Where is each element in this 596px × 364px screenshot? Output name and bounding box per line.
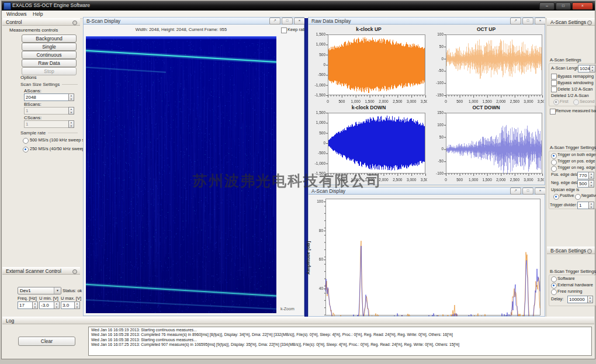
undock-icon[interactable]: ↗ — [269, 18, 280, 25]
second-radio[interactable] — [573, 99, 579, 105]
kclock-up-plot — [310, 33, 427, 104]
delay-field[interactable]: 100000 — [567, 296, 590, 303]
stop-button[interactable]: Stop — [22, 67, 77, 75]
cscans-field[interactable]: 1 — [24, 120, 70, 128]
cscans-spinner[interactable]: ▴▾ — [68, 120, 74, 128]
free-running-radio[interactable] — [551, 289, 557, 295]
minimize-button[interactable]: – — [539, 2, 555, 10]
bypass-remapping-checkbox[interactable] — [551, 74, 557, 79]
device-dropdown[interactable]: Dev1 ▼ — [18, 287, 61, 294]
rate-250-radio[interactable] — [23, 147, 29, 152]
scanner-status-label: Status: ok — [63, 288, 82, 293]
negative-label: Negative — [581, 193, 596, 197]
ascan-length-spinner[interactable]: ▴▾ — [590, 65, 595, 72]
bscans-spinner[interactable]: ▴▾ — [68, 107, 74, 115]
log-header: Log — [2, 317, 594, 324]
trig-neg-radio[interactable] — [551, 166, 557, 172]
continuous-button[interactable]: Continuous — [22, 51, 77, 59]
trig-neg-label: Trigger on neg. edge only — [557, 165, 596, 169]
bscan-image — [86, 36, 276, 313]
rate-500-radio[interactable] — [23, 138, 29, 144]
pin-icon[interactable] — [587, 249, 592, 254]
second-label: Second — [580, 99, 594, 104]
pin-icon[interactable] — [587, 20, 592, 25]
divider-label: Trigger divider: — [550, 203, 577, 207]
ascan-settings-title: A-Scan Settings — [550, 19, 586, 25]
bypass-windowing-checkbox[interactable] — [551, 80, 557, 86]
ascans-field[interactable]: 2048 — [24, 93, 70, 101]
maximize-icon[interactable]: □ — [522, 18, 533, 25]
freq-spinner[interactable]: ▴▾ — [32, 301, 38, 309]
oct-up-plot — [428, 33, 544, 104]
bypass-remapping-label: Bypass remapping — [557, 74, 594, 79]
pos-delay-spinner[interactable]: ▴▾ — [588, 172, 594, 179]
single-button[interactable]: Single — [22, 43, 77, 51]
maximize-icon[interactable]: □ — [522, 188, 533, 195]
ascans-label: AScans: — [24, 88, 41, 93]
device-value: Dev1 — [20, 288, 31, 293]
menu-windows[interactable]: Windows — [4, 11, 29, 18]
pin-icon[interactable] — [72, 269, 77, 274]
neg-delay-spinner[interactable]: ▴▾ — [588, 180, 594, 188]
undock-icon[interactable]: ↗ — [510, 18, 521, 25]
bscan-settings-title: B-Scan Settings — [550, 248, 586, 254]
log-title: Log — [6, 318, 14, 324]
freq-field[interactable]: 17 — [18, 301, 34, 309]
bscans-field[interactable]: 1 — [24, 107, 70, 115]
upscan-label: Upscan edge is — [551, 188, 579, 192]
umax-spinner[interactable]: ▴▾ — [74, 301, 80, 309]
ascan-trigger-group-label: A-Scan Trigger Settings — [550, 145, 596, 150]
keep-ratio-checkbox[interactable] — [281, 27, 287, 33]
log-line: Wed Jan 16 16:05:38 2013: Starting conti… — [91, 338, 589, 342]
ascan-length-label: A-Scan Length: — [551, 65, 581, 71]
app-window: EXALOS SS-OCT Engine Software – □ × Wind… — [1, 1, 595, 359]
ascan-window-title: A-Scan Display — [311, 188, 345, 194]
bscan-info: Width: 2048, Height: 2048, Current Frame… — [86, 27, 276, 32]
trig-both-radio[interactable] — [551, 153, 557, 159]
close-icon[interactable]: × — [535, 188, 546, 195]
software-radio[interactable] — [551, 276, 557, 282]
maximize-button[interactable]: □ — [556, 2, 571, 10]
delay-spinner[interactable]: ▴▾ — [587, 296, 593, 303]
delete-half-checkbox[interactable] — [551, 86, 557, 92]
positive-radio[interactable] — [553, 194, 559, 200]
umin-field[interactable]: -3.0 — [39, 301, 56, 309]
maximize-icon[interactable]: □ — [282, 18, 293, 25]
ascan-ylabel: Amplitude [dB] — [306, 241, 311, 275]
scan-size-group-label: Scan Size Settings — [20, 82, 78, 87]
measurements-label: Measurements controls — [9, 27, 58, 33]
raw-data-button[interactable]: Raw Data — [22, 59, 77, 67]
control-panel-title: Control — [6, 19, 22, 25]
ascan-plot — [311, 196, 543, 316]
log-textarea[interactable]: Wed Jan 16 16:05:19 2013: Starting conti… — [88, 327, 592, 356]
trig-pos-radio[interactable] — [551, 160, 557, 165]
external-hardware-radio[interactable] — [551, 283, 557, 289]
software-label: Software — [557, 276, 575, 281]
close-icon[interactable]: × — [535, 18, 546, 25]
remove-bg-checkbox[interactable] — [550, 109, 556, 115]
splitter-handle[interactable] — [545, 18, 547, 317]
umax-label: U max. [V] — [61, 296, 81, 301]
log-line: Wed Jan 16 16:05:28 2013: Completed 76 m… — [91, 332, 589, 337]
window-controls: – □ × — [539, 2, 593, 10]
kclock-down-plot — [310, 111, 427, 182]
options-label: Options — [20, 75, 37, 80]
clear-log-button[interactable]: Clear — [18, 337, 75, 346]
close-button[interactable]: × — [572, 2, 593, 10]
close-icon[interactable]: × — [294, 18, 305, 25]
kzoom-label: k-Zoom — [280, 307, 294, 311]
screen: EXALOS SS-OCT Engine Software – □ × Wind… — [0, 0, 596, 364]
ascan-settings-header: A-Scan Settings — [547, 18, 595, 26]
menu-help[interactable]: Help — [30, 11, 46, 18]
first-radio[interactable] — [553, 99, 559, 105]
background-button[interactable]: Background — [22, 34, 77, 43]
ascan-group-label: A-Scan Settings — [550, 57, 581, 63]
negative-radio[interactable] — [575, 194, 581, 200]
ascans-spinner[interactable]: ▴▾ — [68, 93, 74, 101]
undock-icon[interactable]: ↗ — [510, 188, 521, 195]
pin-icon[interactable] — [72, 20, 77, 25]
freq-label: Freq. [Hz] — [18, 296, 37, 301]
divider-spinner[interactable]: ▴▾ — [588, 202, 594, 209]
umin-spinner[interactable]: ▴▾ — [54, 301, 60, 309]
bypass-windowing-label: Bypass windowing — [557, 80, 594, 85]
